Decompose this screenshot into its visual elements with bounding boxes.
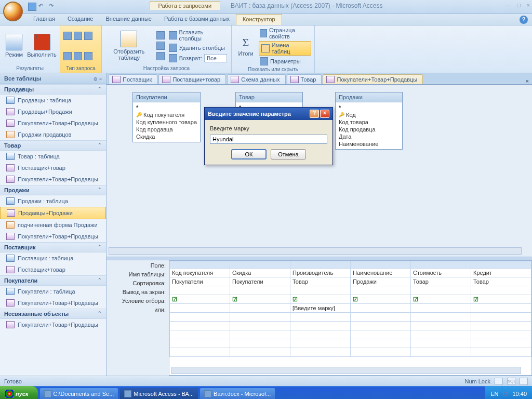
grid-cell[interactable]: ☑ xyxy=(290,295,351,304)
cancel-button[interactable]: Отмена xyxy=(271,149,306,159)
grid-cell[interactable] xyxy=(230,313,290,322)
grid-cell[interactable] xyxy=(230,330,290,339)
parameters-button[interactable]: Параметры xyxy=(259,57,311,66)
grid-cell[interactable]: ☑ xyxy=(170,295,230,304)
grid-cell[interactable] xyxy=(411,330,471,339)
grid-cell[interactable] xyxy=(290,313,351,322)
grid-cell[interactable]: ☑ xyxy=(230,295,290,304)
grid-cell[interactable] xyxy=(230,348,290,357)
grid-cell[interactable] xyxy=(471,339,531,348)
grid-cell[interactable]: Товар xyxy=(290,277,351,286)
nav-item[interactable]: Поставщик+товар xyxy=(0,162,106,174)
nav-item[interactable]: Покупатели+Товар+Продавцы xyxy=(0,319,106,330)
maketable-icon[interactable] xyxy=(84,32,92,40)
update-icon[interactable] xyxy=(63,52,72,60)
totals-button[interactable]: ΣИтоги xyxy=(235,35,257,58)
ok-button[interactable]: ОК xyxy=(231,149,267,159)
nav-item[interactable]: Продавцы+Продажи xyxy=(0,106,106,117)
nav-item[interactable]: Продавцы : таблица xyxy=(0,95,106,106)
grid-cell[interactable]: Производитель xyxy=(290,269,351,277)
grid-cell[interactable] xyxy=(471,261,531,269)
view-datasheet-icon[interactable] xyxy=(495,378,503,385)
nav-item[interactable]: Покупатели+Товар+Продавцы xyxy=(0,117,106,129)
grid-cell[interactable] xyxy=(290,339,351,348)
dialog-help-icon[interactable]: ? xyxy=(310,110,319,118)
nav-item[interactable]: Продажи : таблица xyxy=(0,195,106,207)
grid-cell[interactable]: Покупатели xyxy=(230,277,290,286)
nav-group-header[interactable]: Покупатели⌃ xyxy=(0,275,106,286)
table-names-button[interactable]: Имена таблиц xyxy=(259,41,311,56)
tab-create[interactable]: Создание xyxy=(61,14,100,25)
table-box[interactable]: Покупатели*🔑Код покупателяКод купленного… xyxy=(132,92,201,142)
property-sheet-button[interactable]: Страница свойств xyxy=(259,26,311,40)
grid-cell[interactable] xyxy=(471,348,531,357)
grid-cell[interactable]: ☑ xyxy=(411,295,471,304)
grid-cell[interactable] xyxy=(230,261,290,269)
grid-cell[interactable] xyxy=(411,286,471,295)
tray-lang[interactable]: EN xyxy=(490,391,498,397)
insert-rows-button[interactable] xyxy=(155,31,166,40)
grid-cell[interactable]: Товар xyxy=(411,277,471,286)
grid-cell[interactable] xyxy=(351,286,411,295)
grid-cell[interactable] xyxy=(411,304,471,313)
grid-cell[interactable]: ☑ xyxy=(351,295,411,304)
nav-item[interactable]: Покупатели : таблица xyxy=(0,286,106,297)
grid-cell[interactable] xyxy=(170,330,230,339)
grid-cell[interactable] xyxy=(351,348,411,357)
tab-design[interactable]: Конструктор xyxy=(236,14,282,25)
grid-cell[interactable] xyxy=(290,286,351,295)
delete-icon[interactable] xyxy=(84,52,92,60)
taskbar-item[interactable]: Microsoft Access - ВА... xyxy=(120,388,198,400)
grid-cell[interactable] xyxy=(411,322,471,330)
nav-item[interactable]: Покупатели+Товар+Продавцы xyxy=(0,297,106,309)
view-button[interactable]: Режим xyxy=(3,33,25,59)
undo-icon[interactable]: ↶ xyxy=(38,3,47,11)
grid-cell[interactable] xyxy=(230,339,290,348)
grid-cell[interactable] xyxy=(290,348,351,357)
grid-cell[interactable] xyxy=(290,261,351,269)
nav-item[interactable]: Покупатели+Товар+Продавцы xyxy=(0,231,106,242)
grid-cell[interactable]: Наименование xyxy=(351,269,411,277)
table-box[interactable]: Продажи*🔑КодКод товараКод продавцаДатаНа… xyxy=(335,92,403,150)
tab-external[interactable]: Внешние данные xyxy=(100,14,158,25)
nav-item[interactable]: Покупатели+Товар+Продавцы xyxy=(0,174,106,185)
grid-cell[interactable] xyxy=(411,339,471,348)
grid-cell[interactable] xyxy=(471,286,531,295)
delete-cols-button[interactable]: Удалить столбцы xyxy=(168,43,228,52)
dialog-close-icon[interactable]: × xyxy=(320,110,329,118)
tab-home[interactable]: Главная xyxy=(27,14,61,25)
grid-h-scrollbar[interactable] xyxy=(171,367,521,374)
nav-item[interactable]: Поставщик : таблица xyxy=(0,252,106,264)
delete-rows-button[interactable] xyxy=(155,41,166,50)
return-button[interactable]: Возврат:Все xyxy=(168,54,228,63)
grid-cell[interactable] xyxy=(170,348,230,357)
grid-cell[interactable] xyxy=(170,286,230,295)
nav-item[interactable]: Поставщик+товар xyxy=(0,264,106,275)
grid-cell[interactable] xyxy=(351,304,411,313)
grid-cell[interactable] xyxy=(230,304,290,313)
grid-cell[interactable] xyxy=(351,313,411,322)
nav-item[interactable]: Товар : таблица xyxy=(0,151,106,162)
close-icon[interactable]: × xyxy=(527,2,530,8)
grid-cell[interactable] xyxy=(351,330,411,339)
select-query-icon[interactable] xyxy=(63,32,72,40)
grid-cell[interactable]: Продажи xyxy=(351,277,411,286)
document-tab[interactable]: Поставщик+товар xyxy=(158,74,226,84)
append-icon[interactable] xyxy=(74,52,82,60)
insert-cols-button[interactable]: Вставить столбцы xyxy=(168,29,228,42)
grid-cell[interactable] xyxy=(411,313,471,322)
grid-table[interactable]: Код покупателяСкидкаПроизводительНаимено… xyxy=(169,260,532,376)
grid-cell[interactable]: Код покупателя xyxy=(170,269,230,277)
grid-cell[interactable] xyxy=(471,304,531,313)
show-table-button[interactable]: Отобразить таблицу xyxy=(105,30,153,62)
grid-cell[interactable] xyxy=(170,304,230,313)
builder-button[interactable] xyxy=(155,51,166,61)
grid-cell[interactable] xyxy=(290,330,351,339)
nav-group-header[interactable]: Продажи⌃ xyxy=(0,185,106,195)
grid-cell[interactable]: [Введите марку] xyxy=(290,304,351,313)
minimize-icon[interactable]: — xyxy=(505,2,511,8)
grid-cell[interactable] xyxy=(351,322,411,330)
grid-cell[interactable] xyxy=(230,286,290,295)
maximize-icon[interactable]: □ xyxy=(517,2,521,8)
tab-database[interactable]: Работа с базами данных xyxy=(158,14,236,25)
